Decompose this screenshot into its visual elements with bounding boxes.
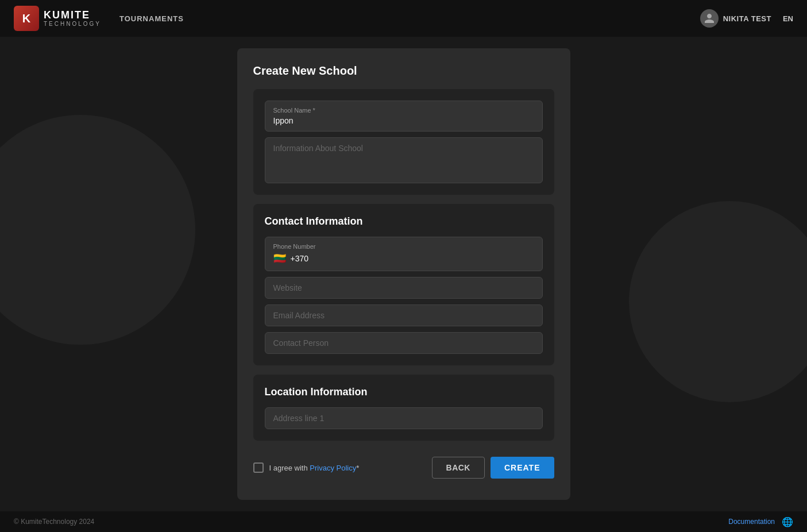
app-header: K KUMITE TECHNOLOGY TOURNAMENTS NIKITA T…	[0, 0, 807, 37]
header-right: NIKITA TEST EN	[700, 9, 793, 28]
user-info[interactable]: NIKITA TEST	[700, 9, 771, 28]
school-info-field[interactable]: Information About School	[265, 137, 543, 183]
location-section: Location Information Address line 1	[253, 375, 554, 441]
location-section-title: Location Information	[265, 386, 543, 398]
agree-checkbox[interactable]	[253, 462, 264, 473]
privacy-policy-link[interactable]: Privacy Policy	[310, 464, 356, 472]
school-info-placeholder: Information About School	[273, 144, 534, 153]
user-name: NIKITA TEST	[723, 14, 771, 23]
contact-person-placeholder: Contact Person	[273, 338, 534, 348]
contact-person-field[interactable]: Contact Person	[265, 332, 543, 354]
logo-icon: K	[14, 6, 39, 31]
app-footer: © KumiteTechnology 2024 Documentation 🌐	[0, 511, 807, 532]
contact-section-title: Contact Information	[265, 215, 543, 228]
agree-text: I agree with Privacy Policy*	[269, 464, 360, 472]
email-placeholder: Email Address	[273, 311, 534, 320]
email-field[interactable]: Email Address	[265, 304, 543, 326]
website-field[interactable]: Website	[265, 277, 543, 299]
back-button[interactable]: BACK	[432, 457, 485, 479]
globe-icon[interactable]: 🌐	[782, 516, 793, 527]
agree-suffix: *	[356, 464, 359, 472]
phone-field[interactable]: Phone Number 🇱🇹 +370	[265, 237, 543, 271]
header-left: K KUMITE TECHNOLOGY TOURNAMENTS	[14, 6, 184, 31]
nav-tournaments[interactable]: TOURNAMENTS	[119, 14, 184, 23]
logo[interactable]: K KUMITE TECHNOLOGY	[14, 6, 101, 31]
agree-area: I agree with Privacy Policy*	[253, 462, 360, 473]
main-content: Create New School School Name * Ippon In…	[0, 37, 807, 511]
logo-main: KUMITE	[44, 10, 101, 21]
form-container: Create New School School Name * Ippon In…	[237, 48, 570, 500]
footer-copyright: © KumiteTechnology 2024	[14, 518, 94, 526]
logo-sub: TECHNOLOGY	[44, 21, 101, 27]
phone-value: +370	[291, 254, 309, 263]
school-name-field[interactable]: School Name * Ippon	[265, 101, 543, 132]
school-name-value: Ippon	[273, 116, 534, 125]
website-placeholder: Website	[273, 283, 534, 292]
language-selector[interactable]: EN	[783, 14, 793, 23]
address-placeholder: Address line 1	[273, 414, 534, 423]
action-bar: I agree with Privacy Policy* BACK CREATE	[253, 450, 554, 479]
logo-text: KUMITE TECHNOLOGY	[44, 10, 101, 28]
phone-input-row: 🇱🇹 +370	[273, 252, 534, 265]
phone-label: Phone Number	[273, 243, 534, 250]
logo-letter: K	[22, 12, 30, 25]
agree-prefix: I agree with	[269, 464, 310, 472]
create-button[interactable]: CREATE	[491, 457, 554, 479]
phone-flag[interactable]: 🇱🇹	[273, 252, 286, 265]
documentation-link[interactable]: Documentation	[728, 518, 775, 526]
form-title: Create New School	[253, 64, 554, 78]
school-name-label: School Name *	[273, 107, 534, 114]
user-avatar-icon	[700, 9, 719, 28]
contact-section: Contact Information Phone Number 🇱🇹 +370…	[253, 204, 554, 365]
school-info-section: School Name * Ippon Information About Sc…	[253, 89, 554, 195]
btn-group: BACK CREATE	[432, 457, 554, 479]
address-field[interactable]: Address line 1	[265, 407, 543, 429]
